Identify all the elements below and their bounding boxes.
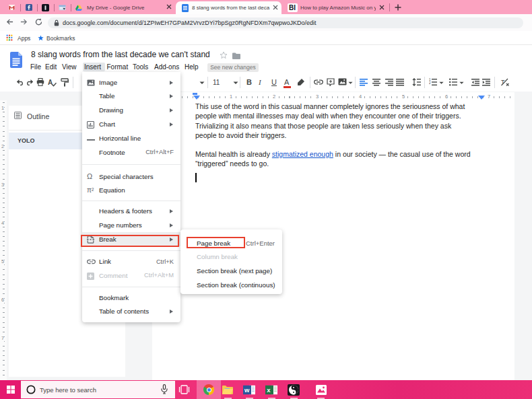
svg-text:2: 2 [429, 81, 431, 85]
svg-text:w: w [244, 386, 250, 394]
svg-text:BI: BI [289, 4, 296, 11]
svg-text:x: x [267, 386, 271, 394]
